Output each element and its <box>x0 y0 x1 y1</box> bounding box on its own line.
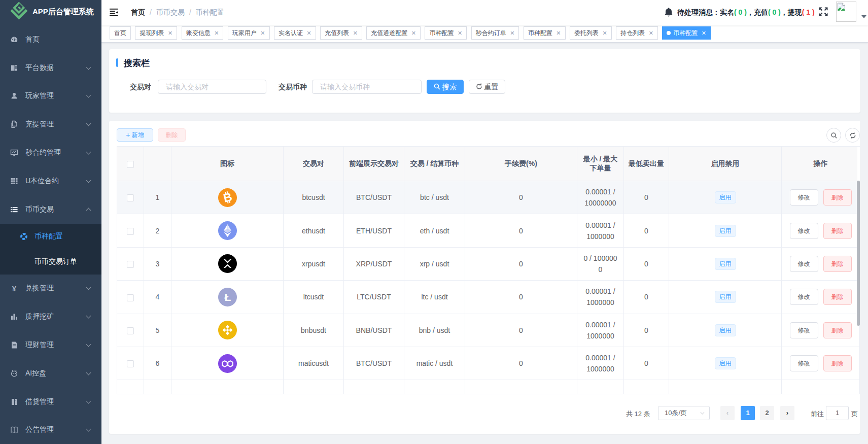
svg-text:Ł: Ł <box>224 291 231 303</box>
svg-text:¥: ¥ <box>12 284 17 292</box>
